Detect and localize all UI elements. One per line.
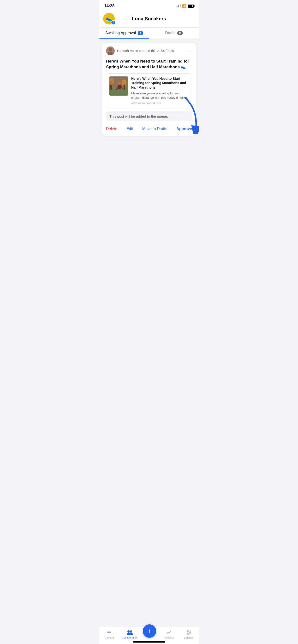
tab-drafts-label: Drafts [165, 31, 175, 35]
wifi-icon: 📶 [182, 4, 186, 8]
post-header: Hannah Voice created this 21/02/2020 ··· [106, 46, 192, 55]
author-avatar [106, 46, 115, 55]
queue-note: This post will be added to the queue. [106, 112, 192, 121]
facebook-badge: f [111, 20, 116, 25]
author-info: Hannah Voice created this 21/02/2020 [117, 49, 174, 53]
post-author: Hannah Voice created this 21/02/2020 [106, 46, 174, 55]
tab-drafts[interactable]: Drafts 0 [149, 28, 199, 38]
post-title: Here's When You Need to Start Training f… [106, 58, 192, 70]
status-time: 14:28 [104, 4, 114, 8]
main-content: Hannah Voice created this 21/02/2020 ···… [99, 39, 199, 158]
signal-icon [176, 4, 181, 8]
link-preview-description: Make sure you're preparing for your chos… [131, 91, 189, 100]
page-title: Luna Sneakers [115, 16, 183, 22]
move-to-drafts-button[interactable]: Move to Drafts [142, 126, 167, 132]
link-preview-title: Here's When You Need to Start Training f… [131, 76, 189, 90]
link-preview-image [109, 76, 128, 96]
post-actions: Delete Edit Move to Drafts Approve [106, 124, 192, 132]
tab-awaiting-label: Awaiting Approval [105, 31, 136, 35]
svg-point-8 [122, 80, 126, 85]
svg-rect-4 [109, 88, 128, 96]
status-bar: 14:28 📶 [99, 0, 199, 10]
post-card: Hannah Voice created this 21/02/2020 ···… [102, 43, 196, 136]
delete-button[interactable]: Delete [106, 126, 117, 132]
tab-awaiting-badge: 1 [138, 31, 143, 35]
link-preview-url: www.runnersworld.com [131, 102, 189, 105]
svg-point-9 [117, 82, 121, 85]
link-preview-card: Here's When You Need to Start Training f… [106, 73, 192, 108]
avatar[interactable]: 👟 f [103, 13, 115, 24]
battery-icon [188, 4, 194, 8]
more-options-button[interactable]: ··· [186, 48, 192, 53]
tabs-bar: Awaiting Approval 1 Drafts 0 [99, 28, 199, 39]
tab-drafts-badge: 0 [177, 31, 183, 35]
approve-button[interactable]: Approve [176, 126, 192, 132]
status-icons: 📶 [176, 4, 194, 8]
link-preview-content: Here's When You Need to Start Training f… [131, 76, 189, 105]
edit-button[interactable]: Edit [126, 126, 133, 132]
svg-point-1 [109, 48, 112, 51]
tab-awaiting-approval[interactable]: Awaiting Approval 1 [99, 28, 149, 38]
header: 👟 f Luna Sneakers [99, 10, 199, 28]
